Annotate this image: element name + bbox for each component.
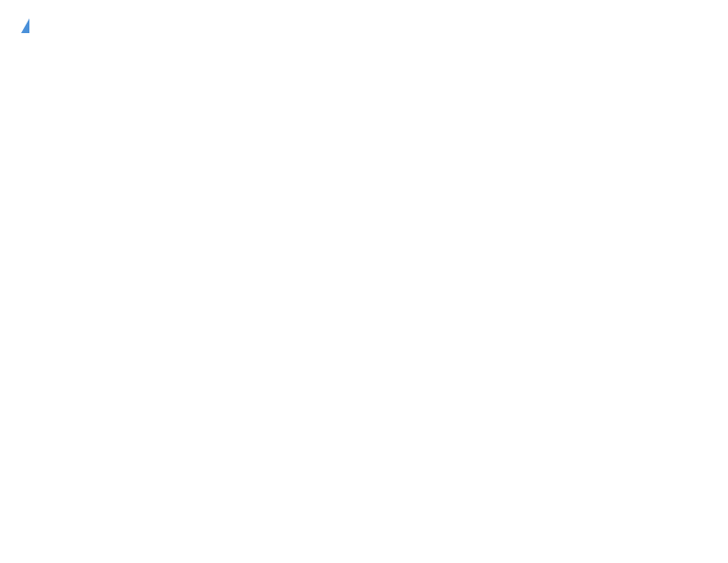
logo bbox=[18, 18, 29, 33]
page-header bbox=[18, 18, 710, 33]
logo-arrow bbox=[21, 18, 29, 33]
